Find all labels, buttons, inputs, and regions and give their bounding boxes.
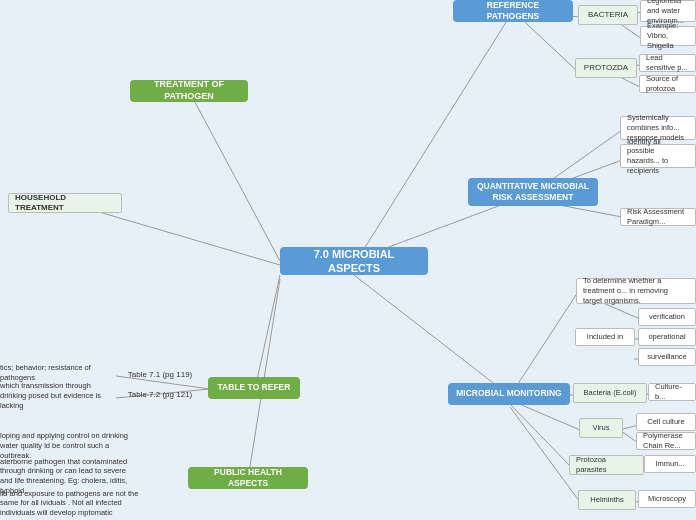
mindmap-container: 7.0 MICROBIAL ASPECTS REFERENCE PATHOGEN… (0, 0, 696, 520)
node-text-devel: loping and applying control on drinking … (0, 433, 140, 459)
node-bacteria: BACTERIA (578, 5, 638, 25)
node-microbial-monitoring: MICROBIAL MONITORING (448, 383, 570, 405)
node-included-in: Included in (575, 328, 635, 346)
node-protozoa-parasites: Protozoa parasites (569, 455, 644, 475)
node-bacteria-culture: Culture-b... (648, 383, 696, 401)
node-protozda-leaf1: Lead sensitive p... (639, 54, 696, 72)
svg-line-0 (354, 11, 513, 265)
svg-line-16 (510, 292, 578, 396)
node-bacteria-leaf2: Example: Vibrio, Shigella (640, 26, 696, 46)
node-table72: Table 7.2 (pg 121) (114, 386, 206, 404)
node-table-refer: TABLE TO REFER (208, 377, 300, 399)
node-monitor-text: To determine whether a treatment o... in… (576, 278, 696, 304)
node-immuno: Immun... (644, 455, 696, 473)
node-reference-pathogens: REFERENCE PATHOGENS (453, 0, 573, 22)
node-verification: verification (638, 308, 696, 326)
node-bacteria-ecoli: Bacteria (E.coli) (573, 383, 647, 403)
node-text-which: which transmission through drinking pose… (0, 383, 113, 409)
node-text-indiv: its and exposure to pathogens are not th… (0, 494, 140, 520)
node-pcr: Polymerase Chain Re... (636, 432, 696, 450)
node-protozda-leaf2: Source of protozoa (639, 75, 696, 93)
svg-line-4 (354, 275, 510, 396)
svg-line-5 (255, 275, 280, 389)
node-microscopy: Microscopy (638, 490, 696, 508)
node-cell-culture: Cell culture (636, 413, 696, 431)
node-virus: Virus (579, 418, 623, 438)
node-public-health: PUBLIC HEALTH ASPECTS (188, 467, 308, 489)
node-household: HOUSEHOLD TREATMENT (8, 193, 122, 213)
svg-line-23 (510, 404, 572, 468)
center-node: 7.0 MICROBIAL ASPECTS (280, 247, 428, 275)
node-protozda: PROTOZDA (575, 58, 637, 78)
node-qmra-leaf3: Risk Assessment Paradigm... (620, 208, 696, 226)
node-helminths: Helminths (578, 490, 636, 510)
node-table71: Table 7.1 (pg 119) (114, 366, 206, 384)
node-treatment: TREATMENT OF PATHOGEN (130, 80, 248, 102)
node-operational: operational (638, 328, 696, 346)
node-qmra: QUANTITATIVE MICROBIAL RISK ASSESSMENT (468, 178, 598, 206)
node-bacteria-leaf1: Legionella and water environm... (640, 0, 696, 22)
node-surveillance: surveillance (638, 348, 696, 366)
svg-line-2 (189, 91, 280, 261)
node-text-characteristics: tics; behavior; resistance of pathogens (0, 366, 113, 380)
node-qmra-leaf2: Identify all possible hazards... to reci… (620, 144, 696, 168)
